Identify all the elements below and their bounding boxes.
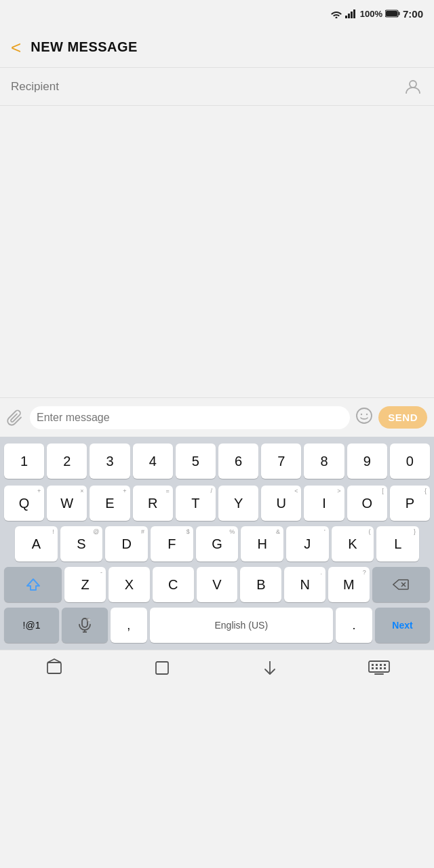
- send-button[interactable]: SEND: [378, 406, 427, 429]
- smiley-icon: [355, 407, 373, 425]
- svg-rect-1: [348, 14, 350, 18]
- comma-key[interactable]: ,: [111, 608, 147, 643]
- key-i[interactable]: >I: [304, 486, 344, 521]
- svg-rect-25: [376, 664, 378, 666]
- bottom-nav: [0, 650, 434, 689]
- key-6[interactable]: 6: [218, 443, 258, 479]
- key-8[interactable]: 8: [304, 443, 344, 479]
- key-u[interactable]: <U: [261, 486, 301, 521]
- signal-icon: [345, 9, 357, 18]
- key-r[interactable]: =R: [133, 486, 173, 521]
- zxcv-row: -Z X C V B .N ?M: [0, 564, 434, 605]
- square-icon: [153, 658, 172, 677]
- key-n[interactable]: .N: [284, 567, 326, 602]
- paperclip-icon: [7, 409, 24, 427]
- svg-rect-2: [351, 12, 353, 18]
- key-q[interactable]: +Q: [4, 486, 44, 521]
- key-2[interactable]: 2: [47, 443, 87, 479]
- next-key[interactable]: Next: [375, 608, 430, 643]
- key-z[interactable]: -Z: [64, 567, 106, 602]
- nav-recent[interactable]: [45, 658, 64, 682]
- key-d[interactable]: #D: [105, 526, 148, 561]
- svg-rect-5: [398, 12, 399, 16]
- number-row: 1 2 3 4 5 6 7 8 9 0: [0, 437, 434, 483]
- svg-rect-27: [384, 664, 386, 666]
- message-input-bar: SEND: [0, 397, 434, 437]
- svg-rect-28: [372, 667, 374, 669]
- recent-icon: [45, 658, 64, 677]
- key-g[interactable]: %G: [196, 526, 239, 561]
- asdf-row: !A @S #D $F %G &H 'J (K }L: [0, 524, 434, 564]
- key-l[interactable]: }L: [376, 526, 419, 561]
- keyboard: 1 2 3 4 5 6 7 8 9 0 +Q ×W +E =R /T Y <U …: [0, 437, 434, 650]
- key-j[interactable]: 'J: [286, 526, 329, 561]
- status-bar: 100% 7:00: [0, 0, 434, 27]
- wifi-icon: [330, 9, 342, 18]
- qwerty-row: +Q ×W +E =R /T Y <U >I [O {P: [0, 483, 434, 524]
- svg-rect-23: [369, 661, 389, 672]
- symbols-key[interactable]: !@1: [4, 608, 59, 643]
- key-s[interactable]: @S: [60, 526, 103, 561]
- svg-rect-29: [376, 667, 378, 669]
- svg-rect-31: [384, 667, 386, 669]
- key-3[interactable]: 3: [90, 443, 130, 479]
- svg-point-9: [361, 413, 362, 414]
- attach-icon[interactable]: [7, 409, 24, 427]
- shift-key[interactable]: [4, 567, 62, 602]
- svg-rect-24: [372, 664, 374, 666]
- key-m[interactable]: ?M: [328, 567, 370, 602]
- key-7[interactable]: 7: [261, 443, 301, 479]
- nav-back[interactable]: [260, 658, 279, 682]
- svg-rect-6: [386, 11, 397, 16]
- key-a[interactable]: !A: [15, 526, 58, 561]
- battery-text: 100%: [360, 9, 382, 19]
- key-w[interactable]: ×W: [47, 486, 87, 521]
- key-5[interactable]: 5: [176, 443, 216, 479]
- key-v[interactable]: V: [197, 567, 238, 602]
- key-b[interactable]: B: [240, 567, 281, 602]
- svg-rect-0: [345, 16, 347, 18]
- svg-point-8: [357, 408, 372, 423]
- svg-rect-20: [47, 663, 61, 673]
- key-e[interactable]: +E: [90, 486, 130, 521]
- key-t[interactable]: /T: [176, 486, 216, 521]
- key-o[interactable]: [O: [347, 486, 387, 521]
- svg-rect-26: [380, 664, 382, 666]
- svg-marker-11: [27, 579, 39, 590]
- key-1[interactable]: 1: [4, 443, 44, 479]
- key-0[interactable]: 0: [390, 443, 430, 479]
- bottom-row: !@1 ⚙ , English (US) . Next: [0, 605, 434, 650]
- period-key[interactable]: .: [336, 608, 372, 643]
- key-c[interactable]: C: [153, 567, 194, 602]
- key-h[interactable]: &H: [241, 526, 283, 561]
- message-area: [0, 106, 434, 397]
- key-f[interactable]: $F: [151, 526, 193, 561]
- status-icons: 100% 7:00: [330, 8, 423, 20]
- key-x[interactable]: X: [108, 567, 150, 602]
- nav-keyboard[interactable]: [368, 660, 390, 679]
- key-p[interactable]: {P: [390, 486, 430, 521]
- nav-home[interactable]: [153, 658, 172, 682]
- key-4[interactable]: 4: [133, 443, 173, 479]
- shift-icon: [26, 577, 41, 592]
- emoji-icon[interactable]: [355, 407, 373, 429]
- person-icon: [404, 78, 422, 96]
- message-input[interactable]: [30, 406, 350, 429]
- svg-point-10: [366, 413, 368, 414]
- recipient-input[interactable]: [11, 80, 403, 94]
- mic-key[interactable]: ⚙: [62, 608, 108, 643]
- svg-rect-21: [156, 662, 168, 674]
- key-y[interactable]: Y: [218, 486, 258, 521]
- svg-rect-3: [353, 9, 355, 18]
- key-k[interactable]: (K: [332, 526, 374, 561]
- space-key[interactable]: English (US): [150, 608, 333, 643]
- back-button[interactable]: <: [11, 39, 21, 56]
- backspace-icon: [393, 578, 409, 591]
- keyboard-icon: [368, 660, 390, 675]
- contact-icon[interactable]: [403, 77, 423, 97]
- page-title: NEW MESSAGE: [31, 39, 138, 55]
- key-9[interactable]: 9: [347, 443, 387, 479]
- time-text: 7:00: [403, 8, 423, 20]
- backspace-key[interactable]: [372, 567, 430, 602]
- recipient-row: [0, 68, 434, 106]
